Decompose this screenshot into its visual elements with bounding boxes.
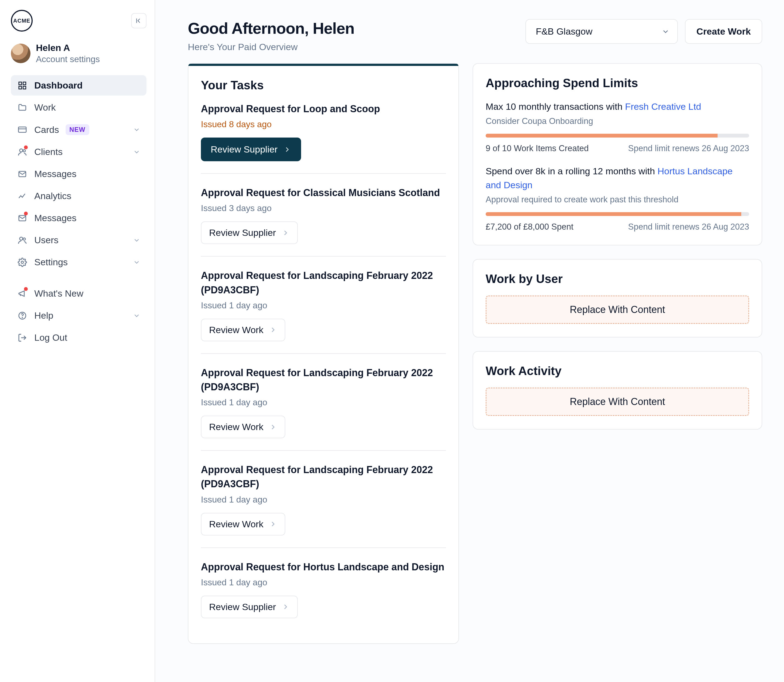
nav-label: Users <box>34 235 59 245</box>
task-action-button[interactable]: Review Work <box>201 513 285 535</box>
task-item: Approval Request for Hortus Landscape an… <box>201 547 446 630</box>
task-action-label: Review Work <box>209 325 264 335</box>
work-by-user-title: Work by User <box>486 272 749 286</box>
notification-dot-icon <box>24 287 28 291</box>
tasks-card: Your Tasks Approval Request for Loop and… <box>188 63 459 644</box>
task-item: Approval Request for Landscaping Februar… <box>201 256 446 353</box>
profile[interactable]: Helen A Account settings <box>11 43 146 64</box>
nav-label: Dashboard <box>34 80 83 91</box>
help-icon <box>17 311 28 320</box>
task-action-button[interactable]: Review Work <box>201 319 285 341</box>
collapse-sidebar-button[interactable] <box>131 13 146 28</box>
limit-progress-text: 9 of 10 Work Items Created <box>486 143 588 153</box>
task-meta: Issued 8 days ago <box>201 119 446 129</box>
nav-analytics[interactable]: Analytics <box>11 186 146 206</box>
limit-title: Max 10 monthly transactions with Fresh C… <box>486 100 749 113</box>
task-action-label: Review Work <box>209 422 264 432</box>
svg-point-13 <box>22 317 22 318</box>
placeholder: Replace With Content <box>486 295 749 324</box>
progress-bar <box>486 134 749 137</box>
task-title: Approval Request for Classical Musicians… <box>201 186 446 200</box>
limit-footer: 9 of 10 Work Items CreatedSpend limit re… <box>486 143 749 153</box>
limit-subtitle: Consider Coupa Onboarding <box>486 116 749 126</box>
task-item: Approval Request for Landscaping Februar… <box>201 450 446 547</box>
task-title: Approval Request for Landscaping Februar… <box>201 463 446 491</box>
profile-subtitle: Account settings <box>36 54 100 64</box>
task-action-button[interactable]: Review Work <box>201 416 285 438</box>
limit-renew-text: Spend limit renews 26 Aug 2023 <box>628 143 749 153</box>
svg-point-6 <box>23 150 25 152</box>
nav-clients[interactable]: Clients <box>11 142 146 162</box>
limit-renew-text: Spend limit renews 26 Aug 2023 <box>628 222 749 232</box>
limit-progress-text: £7,200 of £8,000 Spent <box>486 222 573 232</box>
chevron-right-icon <box>283 145 291 154</box>
nav-messages-2[interactable]: Messages <box>11 208 146 228</box>
mail-icon <box>17 169 28 178</box>
task-actions: Review Work <box>201 319 446 341</box>
brand-logo[interactable]: ACME <box>11 10 33 32</box>
folder-icon <box>17 103 28 112</box>
nav-logout[interactable]: Log Out <box>11 327 146 348</box>
task-meta: Issued 1 day ago <box>201 577 446 588</box>
task-actions: Review Supplier <box>201 221 446 244</box>
page-title: Good Afternoon, Helen <box>188 19 355 37</box>
org-select-value: F&B Glasgow <box>536 26 592 37</box>
nav-whats-new[interactable]: What's New <box>11 283 146 304</box>
spend-limits-card: Approaching Spend Limits Max 10 monthly … <box>472 63 762 245</box>
svg-rect-1 <box>23 82 26 85</box>
grid-icon <box>17 81 28 90</box>
supplier-link[interactable]: Fresh Creative Ltd <box>625 101 701 112</box>
task-item: Approval Request for Loop and ScoopIssue… <box>201 102 446 173</box>
task-action-label: Review Supplier <box>211 144 278 155</box>
task-action-button[interactable]: Review Supplier <box>201 221 298 244</box>
task-actions: Review Supplier <box>201 137 446 161</box>
gear-icon <box>17 258 28 267</box>
nav-work[interactable]: Work <box>11 97 146 118</box>
task-actions: Review Supplier <box>201 596 446 618</box>
work-activity-title: Work Activity <box>486 364 749 378</box>
work-activity-card: Work Activity Replace With Content <box>472 351 762 430</box>
nav-label: Messages <box>34 213 76 223</box>
svg-rect-0 <box>19 82 22 85</box>
tasks-title: Your Tasks <box>201 78 446 92</box>
nav-settings[interactable]: Settings <box>11 252 146 272</box>
org-select[interactable]: F&B Glasgow <box>525 19 678 44</box>
avatar <box>11 44 30 63</box>
svg-point-11 <box>21 261 24 263</box>
analytics-icon <box>17 191 28 201</box>
task-actions: Review Work <box>201 513 446 535</box>
nav-label: Help <box>34 310 53 321</box>
task-meta: Issued 1 day ago <box>201 300 446 311</box>
nav-cards[interactable]: Cards NEW <box>11 119 146 140</box>
spend-limit-item: Spend over 8k in a rolling 12 months wit… <box>486 164 749 232</box>
profile-name: Helen A <box>36 43 100 53</box>
task-title: Approval Request for Landscaping Februar… <box>201 366 446 394</box>
svg-rect-4 <box>19 127 26 132</box>
svg-point-10 <box>23 238 25 240</box>
task-action-button[interactable]: Review Supplier <box>201 596 298 618</box>
task-meta: Issued 3 days ago <box>201 203 446 213</box>
nav-messages[interactable]: Messages <box>11 164 146 184</box>
chevron-right-icon <box>281 603 289 611</box>
columns: Your Tasks Approval Request for Loop and… <box>188 63 762 644</box>
task-action-button[interactable]: Review Supplier <box>201 137 301 161</box>
task-title: Approval Request for Loop and Scoop <box>201 102 446 116</box>
nav-users[interactable]: Users <box>11 230 146 250</box>
nav-label: Messages <box>34 169 76 179</box>
page-subtitle: Here's Your Paid Overview <box>188 41 355 52</box>
sidebar-top: ACME <box>11 10 146 32</box>
nav-dashboard[interactable]: Dashboard <box>11 75 146 96</box>
spend-limits-title: Approaching Spend Limits <box>486 76 749 90</box>
nav-help[interactable]: Help <box>11 305 146 326</box>
sidebar: ACME Helen A Account settings Dashboard … <box>0 0 155 682</box>
nav-label: What's New <box>34 288 83 299</box>
task-title: Approval Request for Hortus Landscape an… <box>201 560 446 574</box>
nav-label: Clients <box>34 147 63 157</box>
nav-label: Work <box>34 102 56 113</box>
supplier-link[interactable]: Hortus Landscape and Design <box>486 166 733 190</box>
task-actions: Review Work <box>201 416 446 438</box>
notification-dot-icon <box>24 212 28 215</box>
task-title: Approval Request for Landscaping Februar… <box>201 269 446 297</box>
chevron-down-icon <box>133 148 140 156</box>
create-work-button[interactable]: Create Work <box>685 19 762 44</box>
